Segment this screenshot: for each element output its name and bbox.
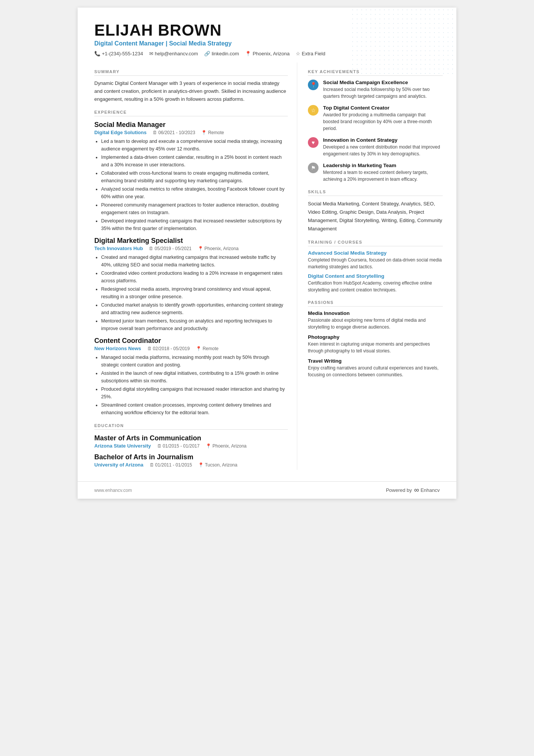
summary-divider [94, 75, 288, 76]
job-title-1: Social Media Manager [94, 121, 288, 129]
bullet-3-2: Assisted in the launch of new digital in… [101, 369, 288, 385]
edu-date-1: 🗓 01/2015 - 01/2017 [157, 443, 200, 449]
job-bullets-3: Managed social media platforms, increasi… [94, 354, 288, 416]
education-divider [94, 429, 288, 430]
training-divider [308, 246, 443, 246]
bullet-2-2: Coordinated video content productions le… [101, 269, 288, 285]
right-column: KEY ACHIEVEMENTS 📍 Social Media Campaign… [297, 63, 456, 470]
job-bullets-1: Led a team to develop and execute a comp… [94, 138, 288, 232]
achievement-content-4: Leadership in Marketing Team Mentored a … [323, 163, 443, 183]
passion-desc-2: Keen interest in capturing unique moment… [308, 341, 443, 354]
pin-icon-edu-2: 📍 [198, 462, 204, 468]
bullet-2-5: Mentored junior team members, focusing o… [101, 317, 288, 332]
passion-desc-1: Passionate about exploring new forms of … [308, 317, 443, 330]
passions-divider [308, 306, 443, 307]
edu-institution-1: Arizona State University [94, 443, 151, 449]
job-company-1: Digital Edge Solutions [94, 130, 147, 135]
training-desc-1: Completed through Coursera, focused on d… [308, 257, 443, 270]
bullet-2-1: Created and managed digital marketing ca… [101, 254, 288, 269]
achievement-icon-4: ⚑ [308, 163, 319, 173]
achievement-title-4: Leadership in Marketing Team [323, 163, 443, 168]
footer-logo: Powered by ∞ Enhancv [386, 486, 440, 494]
achievement-title-3: Innovation in Content Strategy [323, 137, 443, 143]
training-title-2: Digital Content and Storytelling [308, 273, 443, 279]
achievement-title-1: Social Media Campaign Excellence [323, 80, 443, 85]
summary-text: Dynamic Digital Content Manager with 3 y… [94, 80, 288, 103]
linkedin-text: linkedin.com [212, 51, 239, 56]
contact-phone: 📞 +1-(234)-555-1234 [94, 51, 143, 56]
experience-divider [94, 116, 288, 116]
bullet-1-2: Implemented a data-driven content calend… [101, 153, 288, 169]
summary-label: SUMMARY [94, 69, 288, 74]
job-bullets-2: Created and managed digital marketing ca… [94, 254, 288, 332]
job-date-3: 🗓 02/2018 - 05/2019 [147, 346, 190, 351]
calendar-icon-1: 🗓 [153, 130, 157, 135]
powered-by-text: Powered by [386, 487, 412, 493]
achievements-divider [308, 75, 443, 76]
job-meta-2: Tech Innovators Hub 🗓 05/2019 - 05/2021 … [94, 246, 288, 251]
calendar-icon-edu-1: 🗓 [157, 443, 162, 449]
pin-icon-edu-1: 📍 [206, 443, 211, 449]
achievement-2: ☆ Top Digital Content Creator Awarded fo… [308, 105, 443, 132]
job-date-1: 🗓 06/2021 - 10/2023 [153, 130, 195, 135]
job-title-3: Content Coordinator [94, 337, 288, 345]
phone-text: +1-(234)-555-1234 [102, 51, 143, 56]
bullet-1-3: Collaborated with cross-functional teams… [101, 169, 288, 185]
job-title-2: Digital Marketing Specialist [94, 237, 288, 245]
bullet-1-5: Pioneered community management practices… [101, 201, 288, 216]
calendar-icon-2: 🗓 [149, 246, 153, 251]
achievement-desc-4: Mentored a team to exceed content delive… [323, 169, 443, 183]
footer-website: www.enhancv.com [94, 488, 132, 493]
footer: www.enhancv.com Powered by ∞ Enhancv [78, 481, 456, 499]
training-label: TRAINING / COURSES [308, 240, 443, 244]
location-text: Phoenix, Arizona [253, 51, 290, 56]
achievement-1: 📍 Social Media Campaign Excellence Incre… [308, 80, 443, 100]
bullet-2-3: Redesigned social media assets, improvin… [101, 285, 288, 301]
passion-desc-3: Enjoy crafting narratives around cultura… [308, 365, 443, 378]
training-title-1: Advanced Social Media Strategy [308, 250, 443, 256]
achievements-label: KEY ACHIEVEMENTS [308, 69, 443, 74]
training-desc-2: Certification from HubSpot Academy, cove… [308, 280, 443, 293]
job-meta-3: New Horizons News 🗓 02/2018 - 05/2019 📍 … [94, 346, 288, 351]
bullet-2-4: Conducted market analysis to identify gr… [101, 301, 288, 316]
job-location-1: 📍 Remote [201, 130, 224, 135]
achievement-desc-3: Developed a new content distribution mod… [323, 144, 443, 157]
contact-bar: 📞 +1-(234)-555-1234 ✉ help@enhancv.com 🔗… [94, 51, 440, 56]
achievement-title-2: Top Digital Content Creator [323, 105, 443, 111]
job-location-3: 📍 Remote [196, 346, 219, 351]
skills-text: Social Media Marketing, Content Strategy… [308, 200, 443, 233]
job-meta-1: Digital Edge Solutions 🗓 06/2021 - 10/20… [94, 130, 288, 135]
skills-label: SKILLS [308, 189, 443, 194]
achievement-content-1: Social Media Campaign Excellence Increas… [323, 80, 443, 100]
enhancv-icon: ∞ [414, 486, 419, 494]
bullet-1-6: Developed integrated marketing campaigns… [101, 217, 288, 232]
brand-name: Enhancv [420, 487, 440, 493]
achievement-icon-2: ☆ [308, 105, 319, 116]
left-column: SUMMARY Dynamic Digital Content Manager … [78, 63, 297, 470]
passion-item-3: Travel Writing Enjoy crafting narratives… [308, 358, 443, 378]
achievement-desc-2: Awarded for producing a multimedia campa… [323, 111, 443, 132]
phone-icon: 📞 [94, 51, 100, 56]
main-content: SUMMARY Dynamic Digital Content Manager … [78, 63, 456, 481]
edu-meta-2: University of Arizona 🗓 01/2011 - 01/201… [94, 462, 288, 468]
achievement-icon-1: 📍 [308, 80, 319, 90]
achievement-content-3: Innovation in Content Strategy Developed… [323, 137, 443, 157]
bullet-3-3: Produced digital storytelling campaigns … [101, 385, 288, 401]
edu-meta-1: Arizona State University 🗓 01/2015 - 01/… [94, 443, 288, 449]
achievement-4: ⚑ Leadership in Marketing Team Mentored … [308, 163, 443, 183]
passion-item-1: Media Innovation Passionate about explor… [308, 310, 443, 330]
location-icon: 📍 [245, 51, 251, 56]
job-company-2: Tech Innovators Hub [94, 246, 143, 251]
passion-item-2: Photography Keen interest in capturing u… [308, 334, 443, 354]
skills-divider [308, 196, 443, 196]
education-label: EDUCATION [94, 423, 288, 428]
degree-title-1: Master of Arts in Communication [94, 434, 288, 442]
job-company-3: New Horizons News [94, 346, 141, 351]
candidate-name: ELIJAH BROWN [94, 21, 440, 39]
passion-title-2: Photography [308, 334, 443, 340]
candidate-subtitle: Digital Content Manager | Social Media S… [94, 40, 440, 47]
star-icon: ☆ [296, 51, 300, 56]
header: ELIJAH BROWN Digital Content Manager | S… [78, 8, 456, 63]
achievement-icon-3: ♥ [308, 137, 319, 148]
pin-icon-2: 📍 [198, 246, 203, 251]
